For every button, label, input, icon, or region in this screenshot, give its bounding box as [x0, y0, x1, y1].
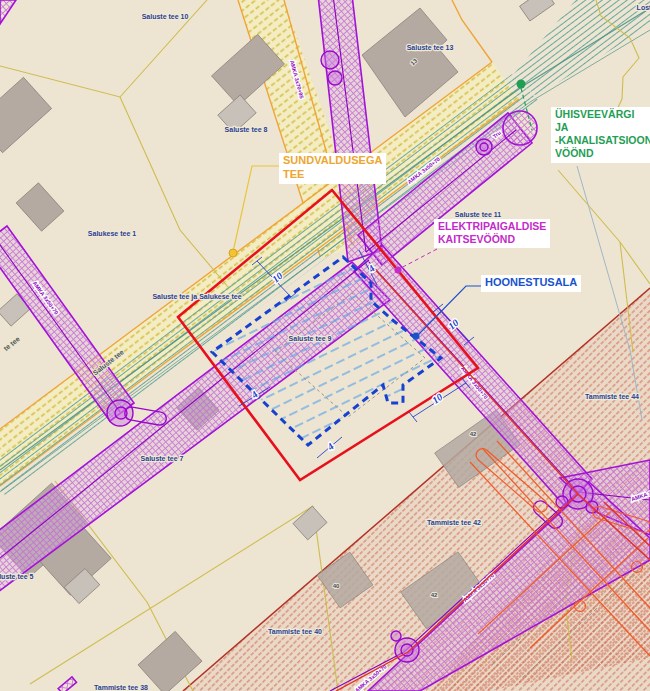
parcel-label: Saluste tee ja Salukese tee — [152, 293, 241, 301]
parcel-label: Saluste tee 13 — [407, 44, 454, 51]
parcel-label: Salukese tee 1 — [88, 230, 136, 237]
building-number: 40 — [333, 583, 340, 589]
callout-line: TEE — [283, 168, 382, 182]
building-number: 42 — [470, 431, 477, 437]
callout-uhisveevargi-voond: ÜHISVEEVÄRGI JA -KANALISATSIOONI VÖÖND — [551, 107, 650, 163]
parcel-label: Saluste tee 5 — [0, 573, 34, 580]
leader-dot-green — [517, 80, 526, 89]
parcel-label: Saluste tee 9 — [289, 335, 332, 342]
parcel-label: Tammiste tee 42 — [427, 519, 481, 526]
planning-map: AMKA 3x70+95 AMKA 3x50+70 AMKA 3x50+70 A… — [0, 0, 650, 691]
callout-line: JA — [555, 121, 650, 134]
callout-line: SUNDVALDUSEGA — [283, 154, 382, 168]
callout-sundvaldusega-tee: SUNDVALDUSEGA TEE — [279, 153, 386, 184]
callout-line: KAITSEVÖÖND — [438, 233, 546, 246]
leader-dot-blue — [413, 333, 420, 340]
parcel-label: Tammiste tee 38 — [94, 684, 148, 691]
building-number: 42 — [431, 592, 438, 598]
callout-line: -KANALISATSIOONI — [555, 134, 650, 147]
callout-elektripaigaldise-kaitsevoond: ELEKTRIPAIGALDISE KAITSEVÖÖND — [434, 219, 550, 248]
leader-dot-magenta — [395, 267, 402, 274]
callout-line: ELEKTRIPAIGALDISE — [438, 220, 546, 233]
leader-dot-yellow — [229, 249, 237, 257]
parcel-label: Saluste tee 8 — [225, 126, 268, 133]
parcel-label: Tammiste tee 44 — [585, 393, 639, 400]
parcel-label: Lost — [637, 4, 650, 11]
callout-line: ÜHISVEEVÄRGI — [555, 108, 650, 121]
callout-line: HOONESTUSALA — [485, 276, 577, 290]
parcel-label: Tammiste tee 40 — [268, 628, 322, 635]
parcel-label: Saluste tee 11 — [455, 211, 501, 218]
callout-line: VÖÖND — [555, 147, 650, 160]
parcel-label: Saluste tee 10 — [142, 13, 189, 20]
callout-hoonestusala: HOONESTUSALA — [481, 275, 581, 292]
map-canvas[interactable]: AMKA 3x70+95 AMKA 3x50+70 AMKA 3x50+70 A… — [0, 0, 650, 691]
parcel-label: Saluste tee 7 — [141, 455, 184, 462]
